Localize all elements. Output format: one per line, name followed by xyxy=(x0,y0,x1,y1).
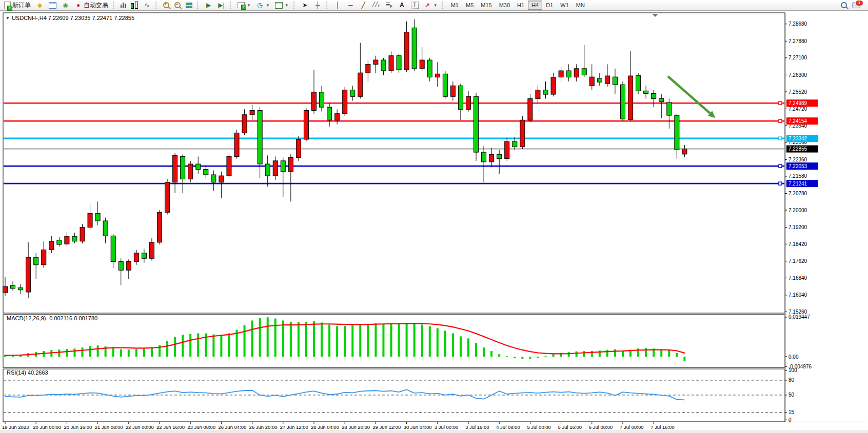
zoom-in-button[interactable]: + xyxy=(161,0,172,10)
svg-text:7.27880: 7.27880 xyxy=(788,38,807,44)
svg-text:6 Jul 08:00: 6 Jul 08:00 xyxy=(589,424,613,430)
svg-text:4 Jul 08:00: 4 Jul 08:00 xyxy=(496,424,520,430)
svg-text:3 Jul 00:00: 3 Jul 00:00 xyxy=(435,424,458,430)
templates-button[interactable]: ▼ xyxy=(272,0,291,10)
svg-text:100: 100 xyxy=(788,367,797,373)
toolbar-grip xyxy=(326,2,329,9)
horizontal-line-button[interactable]: ─ xyxy=(344,0,357,10)
chart-shift-button[interactable]: ▶| xyxy=(215,0,228,10)
notifications-button[interactable]: 1 xyxy=(850,0,863,10)
svg-text:7.22855: 7.22855 xyxy=(788,146,807,152)
svg-text:50: 50 xyxy=(788,392,795,398)
chart-quote-line: ▼USDCNH-,H4 7.22609 7.23035 7.22471 7.22… xyxy=(6,15,134,21)
trendline-button[interactable]: ╱ xyxy=(357,0,370,10)
svg-text:7.26300: 7.26300 xyxy=(788,72,807,78)
new-chart-icon xyxy=(49,2,56,9)
candlestick-chart-icon xyxy=(131,2,138,9)
svg-text:22 Jun 16:00: 22 Jun 16:00 xyxy=(156,424,185,430)
zoom-out-button[interactable]: − xyxy=(172,0,183,10)
svg-text:26 Jun 20:00: 26 Jun 20:00 xyxy=(249,424,278,430)
svg-text:7.18420: 7.18420 xyxy=(788,241,807,247)
svg-text:7.23342: 7.23342 xyxy=(788,136,807,141)
bar-chart-button[interactable] xyxy=(118,0,128,10)
toolbar-grip xyxy=(197,2,200,9)
tile-windows-button[interactable] xyxy=(183,0,195,10)
text-tool-button[interactable]: A xyxy=(396,0,408,10)
svg-text:7.16040: 7.16040 xyxy=(788,292,807,298)
svg-text:7 Jul 16:00: 7 Jul 16:00 xyxy=(650,424,674,430)
line-chart-icon: ∿ xyxy=(143,2,151,9)
toolbar-grip xyxy=(155,2,159,9)
svg-text:7.17620: 7.17620 xyxy=(788,258,807,264)
timeframe-M1[interactable]: M1 xyxy=(447,1,462,10)
chart-panels xyxy=(3,13,785,422)
cursor-icon: ➤ xyxy=(301,2,309,9)
auto-scroll-icon: ▶ xyxy=(205,2,212,9)
zoom-out-icon: − xyxy=(174,2,181,8)
svg-text:7.24720: 7.24720 xyxy=(788,106,807,112)
timeframe-H4[interactable]: H4 xyxy=(528,1,542,10)
auto-scroll-button[interactable]: ▶ xyxy=(202,0,215,10)
timeframe-M30[interactable]: M30 xyxy=(496,1,514,10)
time-axis[interactable]: 19 Jun 202320 Jun 00:0020 Jun 16:0021 Ju… xyxy=(2,422,866,430)
signals-button[interactable]: ◉ xyxy=(59,0,72,10)
indicators-button[interactable]: +▼ xyxy=(235,0,253,10)
vertical-line-button[interactable]: │ xyxy=(331,0,344,10)
main-toolbar: + 新订单 ◆ ◉ ● 自动交易 ∿ + − xyxy=(0,0,868,11)
svg-text:7.27100: 7.27100 xyxy=(788,55,807,60)
zoom-in-icon: + xyxy=(163,2,169,8)
signals-icon: ◉ xyxy=(62,2,69,9)
trendline-icon: ╱ xyxy=(360,2,367,9)
text-label-button[interactable]: T xyxy=(408,0,421,10)
timeframe-D1[interactable]: D1 xyxy=(542,1,557,10)
cursor-button[interactable]: ➤ xyxy=(299,0,311,10)
template-icon xyxy=(275,2,283,9)
crosshair-button[interactable]: ┼ xyxy=(311,0,324,10)
clock-icon: ◷ xyxy=(256,2,264,9)
collapse-triangle-icon[interactable]: ▼ xyxy=(6,16,10,20)
new-order-button[interactable]: + 新订单 xyxy=(2,0,33,10)
svg-text:0.00: 0.00 xyxy=(788,354,799,360)
toolbar-grip xyxy=(230,2,233,9)
svg-text:7.24989: 7.24989 xyxy=(788,100,807,106)
fibonacci-button[interactable]: ☰F xyxy=(383,0,396,10)
timeframe-W1[interactable]: W1 xyxy=(557,1,573,10)
svg-text:20 Jun 16:00: 20 Jun 16:00 xyxy=(64,424,92,430)
new-chart-button[interactable] xyxy=(46,0,59,10)
svg-text:7.25520: 7.25520 xyxy=(788,89,807,95)
svg-text:7.16840: 7.16840 xyxy=(788,275,807,281)
bar-chart-icon xyxy=(121,2,126,8)
search-button[interactable] xyxy=(838,0,850,10)
svg-text:28 Jun 20:00: 28 Jun 20:00 xyxy=(342,424,370,430)
quote-text: USDCNH-,H4 7.22609 7.23035 7.22471 7.228… xyxy=(12,15,134,21)
svg-text:0.019447: 0.019447 xyxy=(788,314,810,320)
price-axis[interactable]: 7.286807.278807.271007.263007.255207.247… xyxy=(785,13,812,423)
svg-text:15: 15 xyxy=(788,409,795,415)
arrow-objects-icon: ↗ xyxy=(424,2,431,9)
candlestick-chart-button[interactable] xyxy=(128,0,141,10)
autotrade-icon: ● xyxy=(74,2,82,9)
svg-text:7.15260: 7.15260 xyxy=(788,309,807,315)
timeframe-M5[interactable]: M5 xyxy=(462,1,477,10)
chart-shift-icon: ▶| xyxy=(218,2,225,9)
macd-indicator-label: MACD(12,26,9) -0.002116 0.001780 xyxy=(7,315,97,321)
text-label-icon: T xyxy=(411,2,419,9)
arrows-button[interactable]: ↗▼ xyxy=(421,0,440,10)
periods-button[interactable]: ◷▼ xyxy=(253,0,272,10)
timeframe-toolbar: M1M5M15M30H1H4D1W1MN xyxy=(447,0,589,10)
timeframe-MN[interactable]: MN xyxy=(573,1,588,10)
toolbar-group-objects: +▼ ◷▼ ▼ xyxy=(234,0,292,10)
svg-text:3 Jul 16:00: 3 Jul 16:00 xyxy=(465,424,489,430)
svg-text:30 Jun 04:00: 30 Jun 04:00 xyxy=(404,424,432,430)
toolbar-group-zoom: + − xyxy=(160,0,195,10)
svg-text:20 Jun 00:00: 20 Jun 00:00 xyxy=(33,424,61,430)
timeframe-H1[interactable]: H1 xyxy=(514,1,528,10)
autotrade-button[interactable]: ● 自动交易 xyxy=(72,0,111,10)
channel-button[interactable]: ╱╱E xyxy=(370,0,383,10)
svg-text:5 Jul 00:00: 5 Jul 00:00 xyxy=(527,424,550,430)
line-chart-button[interactable]: ∿ xyxy=(141,0,153,10)
chart-canvas[interactable]: 7.286807.278807.271007.263007.255207.247… xyxy=(0,0,868,433)
timeframe-M15[interactable]: M15 xyxy=(477,1,495,10)
metaeditor-button[interactable]: ◆ xyxy=(33,0,46,10)
svg-text:28 Jun 04:00: 28 Jun 04:00 xyxy=(311,424,339,430)
